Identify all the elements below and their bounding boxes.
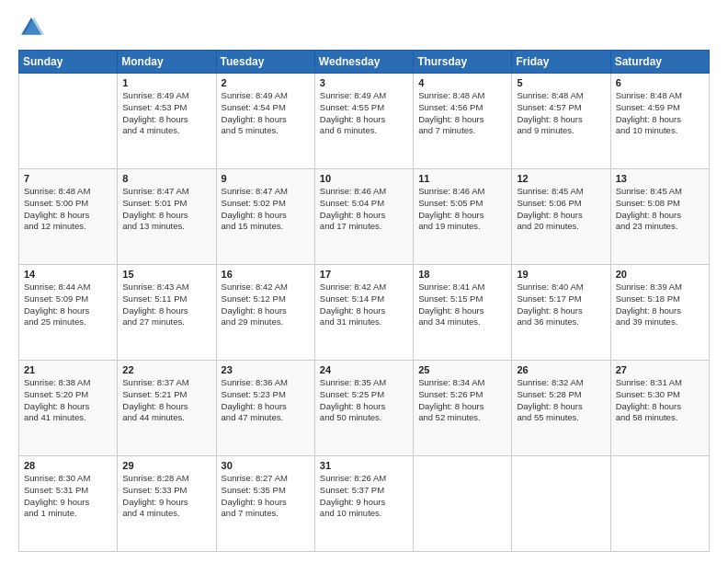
day-info: Sunrise: 8:35 AMSunset: 5:25 PMDaylight:…	[320, 377, 408, 424]
logo-icon	[18, 15, 44, 40]
calendar-cell: 14Sunrise: 8:44 AMSunset: 5:09 PMDayligh…	[19, 265, 118, 361]
day-info: Sunrise: 8:36 AMSunset: 5:23 PMDaylight:…	[222, 377, 310, 424]
calendar-table: SundayMondayTuesdayWednesdayThursdayFrid…	[18, 50, 710, 552]
day-number: 13	[616, 173, 704, 184]
day-number: 28	[24, 460, 112, 471]
day-number: 8	[122, 173, 210, 184]
calendar-cell: 29Sunrise: 8:28 AMSunset: 5:33 PMDayligh…	[118, 456, 216, 552]
day-number: 4	[418, 77, 506, 88]
calendar-cell: 16Sunrise: 8:42 AMSunset: 5:12 PMDayligh…	[216, 265, 314, 361]
day-number: 3	[320, 77, 408, 88]
day-info: Sunrise: 8:44 AMSunset: 5:09 PMDaylight:…	[24, 282, 112, 328]
day-number: 29	[122, 460, 210, 471]
calendar-cell	[414, 456, 512, 552]
day-info: Sunrise: 8:45 AMSunset: 5:06 PMDaylight:…	[517, 186, 605, 233]
calendar-cell: 3Sunrise: 8:49 AMSunset: 4:55 PMDaylight…	[314, 74, 413, 169]
day-number: 10	[320, 173, 408, 184]
calendar-cell: 5Sunrise: 8:48 AMSunset: 4:57 PMDaylight…	[512, 74, 610, 169]
calendar-cell: 12Sunrise: 8:45 AMSunset: 5:06 PMDayligh…	[512, 169, 610, 265]
calendar-week-row: 7Sunrise: 8:48 AMSunset: 5:00 PMDaylight…	[19, 169, 710, 265]
day-number: 7	[24, 173, 112, 184]
day-info: Sunrise: 8:38 AMSunset: 5:20 PMDaylight:…	[24, 377, 112, 424]
day-number: 21	[24, 364, 112, 375]
day-info: Sunrise: 8:27 AMSunset: 5:35 PMDaylight:…	[222, 473, 310, 520]
calendar-cell	[19, 74, 118, 169]
calendar-cell: 30Sunrise: 8:27 AMSunset: 5:35 PMDayligh…	[216, 456, 314, 552]
day-info: Sunrise: 8:46 AMSunset: 5:04 PMDaylight:…	[320, 186, 408, 233]
day-number: 1	[122, 77, 210, 88]
page: SundayMondayTuesdayWednesdayThursdayFrid…	[0, 0, 728, 563]
day-info: Sunrise: 8:26 AMSunset: 5:37 PMDaylight:…	[320, 473, 408, 520]
day-number: 12	[517, 173, 605, 184]
calendar-cell: 4Sunrise: 8:48 AMSunset: 4:56 PMDaylight…	[414, 74, 512, 169]
day-number: 9	[222, 173, 310, 184]
day-number: 5	[517, 77, 605, 88]
day-number: 11	[418, 173, 506, 184]
calendar-cell: 8Sunrise: 8:47 AMSunset: 5:01 PMDaylight…	[118, 169, 216, 265]
day-info: Sunrise: 8:40 AMSunset: 5:17 PMDaylight:…	[517, 282, 605, 328]
calendar-cell: 11Sunrise: 8:46 AMSunset: 5:05 PMDayligh…	[414, 169, 512, 265]
day-number: 2	[222, 77, 310, 88]
day-info: Sunrise: 8:48 AMSunset: 5:00 PMDaylight:…	[24, 186, 112, 233]
calendar-week-row: 28Sunrise: 8:30 AMSunset: 5:31 PMDayligh…	[19, 456, 710, 552]
calendar-cell: 31Sunrise: 8:26 AMSunset: 5:37 PMDayligh…	[314, 456, 413, 552]
day-number: 27	[616, 364, 704, 375]
day-number: 6	[616, 77, 704, 88]
calendar-cell: 19Sunrise: 8:40 AMSunset: 5:17 PMDayligh…	[512, 265, 610, 361]
calendar-cell	[512, 456, 610, 552]
day-number: 15	[122, 269, 210, 280]
day-number: 23	[222, 364, 310, 375]
day-info: Sunrise: 8:49 AMSunset: 4:55 PMDaylight:…	[320, 90, 408, 137]
day-number: 24	[320, 364, 408, 375]
day-info: Sunrise: 8:49 AMSunset: 4:54 PMDaylight:…	[222, 90, 310, 137]
day-info: Sunrise: 8:28 AMSunset: 5:33 PMDaylight:…	[122, 473, 210, 520]
day-header-tuesday: Tuesday	[216, 51, 314, 74]
day-info: Sunrise: 8:39 AMSunset: 5:18 PMDaylight:…	[616, 282, 704, 328]
day-info: Sunrise: 8:48 AMSunset: 4:56 PMDaylight:…	[418, 90, 506, 137]
calendar-cell: 27Sunrise: 8:31 AMSunset: 5:30 PMDayligh…	[610, 361, 709, 456]
day-info: Sunrise: 8:42 AMSunset: 5:12 PMDaylight:…	[222, 282, 310, 328]
day-number: 18	[418, 269, 506, 280]
calendar-cell: 28Sunrise: 8:30 AMSunset: 5:31 PMDayligh…	[19, 456, 118, 552]
calendar-cell: 20Sunrise: 8:39 AMSunset: 5:18 PMDayligh…	[610, 265, 709, 361]
day-header-monday: Monday	[118, 51, 216, 74]
day-info: Sunrise: 8:48 AMSunset: 4:59 PMDaylight:…	[616, 90, 704, 137]
day-number: 17	[320, 269, 408, 280]
day-number: 14	[24, 269, 112, 280]
day-info: Sunrise: 8:46 AMSunset: 5:05 PMDaylight:…	[418, 186, 506, 233]
calendar-cell	[610, 456, 709, 552]
day-number: 22	[122, 364, 210, 375]
day-info: Sunrise: 8:47 AMSunset: 5:02 PMDaylight:…	[222, 186, 310, 233]
calendar-cell: 18Sunrise: 8:41 AMSunset: 5:15 PMDayligh…	[414, 265, 512, 361]
day-info: Sunrise: 8:48 AMSunset: 4:57 PMDaylight:…	[517, 90, 605, 137]
calendar-cell: 17Sunrise: 8:42 AMSunset: 5:14 PMDayligh…	[314, 265, 413, 361]
day-info: Sunrise: 8:47 AMSunset: 5:01 PMDaylight:…	[122, 186, 210, 233]
calendar-cell: 13Sunrise: 8:45 AMSunset: 5:08 PMDayligh…	[610, 169, 709, 265]
day-info: Sunrise: 8:45 AMSunset: 5:08 PMDaylight:…	[616, 186, 704, 233]
calendar-cell: 10Sunrise: 8:46 AMSunset: 5:04 PMDayligh…	[314, 169, 413, 265]
calendar-cell: 25Sunrise: 8:34 AMSunset: 5:26 PMDayligh…	[414, 361, 512, 456]
day-number: 25	[418, 364, 506, 375]
day-info: Sunrise: 8:32 AMSunset: 5:28 PMDaylight:…	[517, 377, 605, 424]
calendar-cell: 24Sunrise: 8:35 AMSunset: 5:25 PMDayligh…	[314, 361, 413, 456]
calendar-cell: 2Sunrise: 8:49 AMSunset: 4:54 PMDaylight…	[216, 74, 314, 169]
day-info: Sunrise: 8:37 AMSunset: 5:21 PMDaylight:…	[122, 377, 210, 424]
calendar-cell: 23Sunrise: 8:36 AMSunset: 5:23 PMDayligh…	[216, 361, 314, 456]
calendar-cell: 22Sunrise: 8:37 AMSunset: 5:21 PMDayligh…	[118, 361, 216, 456]
day-info: Sunrise: 8:34 AMSunset: 5:26 PMDaylight:…	[418, 377, 506, 424]
day-info: Sunrise: 8:42 AMSunset: 5:14 PMDaylight:…	[320, 282, 408, 328]
day-header-friday: Friday	[512, 51, 610, 74]
calendar-cell: 7Sunrise: 8:48 AMSunset: 5:00 PMDaylight…	[19, 169, 118, 265]
calendar-cell: 9Sunrise: 8:47 AMSunset: 5:02 PMDaylight…	[216, 169, 314, 265]
logo	[18, 15, 48, 40]
day-number: 31	[320, 460, 408, 471]
day-number: 16	[222, 269, 310, 280]
day-header-sunday: Sunday	[19, 51, 118, 74]
day-info: Sunrise: 8:43 AMSunset: 5:11 PMDaylight:…	[122, 282, 210, 328]
day-header-wednesday: Wednesday	[314, 51, 413, 74]
day-number: 19	[517, 269, 605, 280]
day-header-thursday: Thursday	[414, 51, 512, 74]
day-info: Sunrise: 8:49 AMSunset: 4:53 PMDaylight:…	[122, 90, 210, 137]
day-info: Sunrise: 8:41 AMSunset: 5:15 PMDaylight:…	[418, 282, 506, 328]
day-info: Sunrise: 8:31 AMSunset: 5:30 PMDaylight:…	[616, 377, 704, 424]
